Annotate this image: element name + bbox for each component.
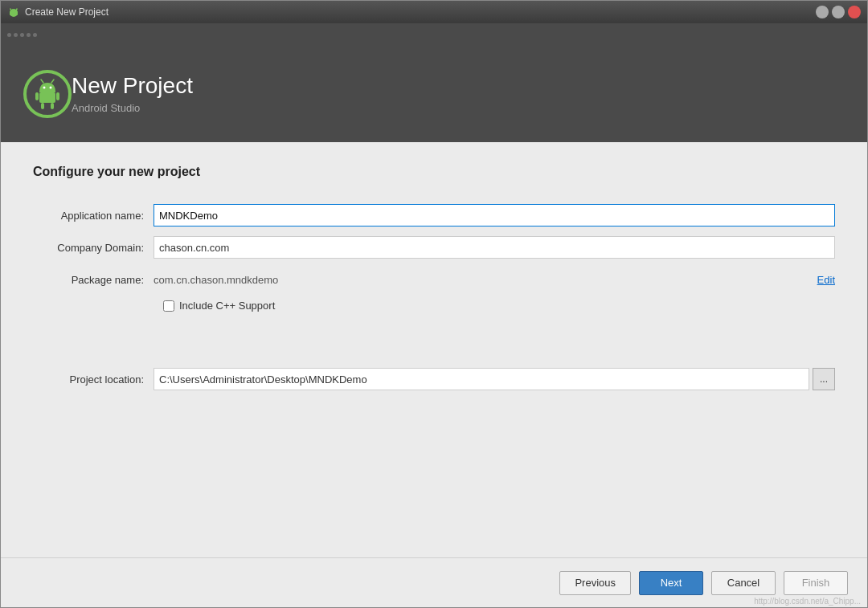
title-bar-left: Create New Project (7, 6, 108, 18)
form-area: Application name: Company Domain: Packag… (49, 203, 835, 398)
header-text: New Project Android Studio (72, 74, 193, 114)
finish-button[interactable]: Finish (784, 571, 848, 595)
svg-point-6 (43, 87, 46, 89)
package-name-text: com.cn.chason.mndkdemo Edit (154, 274, 835, 286)
svg-line-8 (41, 80, 43, 83)
close-button[interactable] (848, 6, 861, 18)
toolbar-dot (33, 33, 37, 37)
header-title: New Project (72, 74, 193, 99)
svg-rect-13 (51, 103, 54, 109)
svg-rect-12 (41, 103, 44, 109)
company-domain-row: Company Domain: (49, 235, 835, 259)
company-domain-input[interactable] (154, 236, 835, 259)
watermark: http://blog.csdn.net/a_Chipp... (754, 597, 861, 606)
app-name-label: Application name: (49, 210, 154, 222)
location-input-wrap: ... (154, 368, 835, 390)
toolbar-dot (14, 33, 18, 37)
toolbar-dot (27, 33, 31, 37)
android-icon (7, 6, 20, 18)
content-area: Configure your new project Application n… (1, 142, 867, 557)
minimize-button[interactable] (816, 6, 829, 18)
svg-point-7 (50, 87, 52, 89)
main-window: Create New Project (0, 0, 868, 608)
app-name-row: Application name: (49, 203, 835, 227)
svg-line-3 (16, 9, 17, 11)
title-bar: Create New Project (1, 1, 867, 23)
svg-line-2 (10, 9, 11, 11)
app-name-input[interactable] (154, 204, 835, 226)
footer: Previous Next Cancel Finish (1, 557, 867, 607)
header-subtitle: Android Studio (72, 102, 193, 114)
toolbar-dot (20, 33, 24, 37)
toolbar-bar (1, 23, 867, 46)
svg-rect-5 (39, 92, 55, 103)
android-studio-logo (23, 70, 72, 118)
package-name-row: Package name: com.cn.chason.mndkdemo Edi… (49, 267, 835, 292)
browse-button[interactable]: ... (813, 368, 835, 390)
svg-rect-10 (35, 92, 39, 100)
company-domain-label: Company Domain: (49, 242, 154, 254)
maximize-button[interactable] (832, 6, 845, 18)
next-button[interactable]: Next (639, 571, 703, 595)
cpp-support-checkbox[interactable] (163, 300, 174, 312)
package-name-value: com.cn.chason.mndkdemo (154, 274, 278, 286)
previous-button[interactable]: Previous (559, 571, 631, 595)
project-location-label: Project location: (49, 373, 154, 386)
edit-link[interactable]: Edit (817, 274, 835, 286)
window-title: Create New Project (25, 6, 108, 18)
header: New Project Android Studio (1, 46, 867, 142)
svg-rect-11 (56, 92, 59, 100)
title-bar-controls (816, 6, 861, 18)
package-name-label: Package name: (49, 274, 154, 286)
cancel-button[interactable]: Cancel (711, 571, 776, 595)
project-location-input[interactable] (154, 368, 809, 390)
svg-line-9 (51, 80, 54, 83)
cpp-support-label: Include C++ Support (179, 300, 275, 312)
svg-rect-1 (10, 11, 18, 15)
cpp-support-row: Include C++ Support (163, 300, 835, 312)
section-title: Configure your new project (33, 165, 835, 179)
project-location-row: Project location: ... (49, 368, 835, 390)
toolbar-dot (7, 33, 11, 37)
